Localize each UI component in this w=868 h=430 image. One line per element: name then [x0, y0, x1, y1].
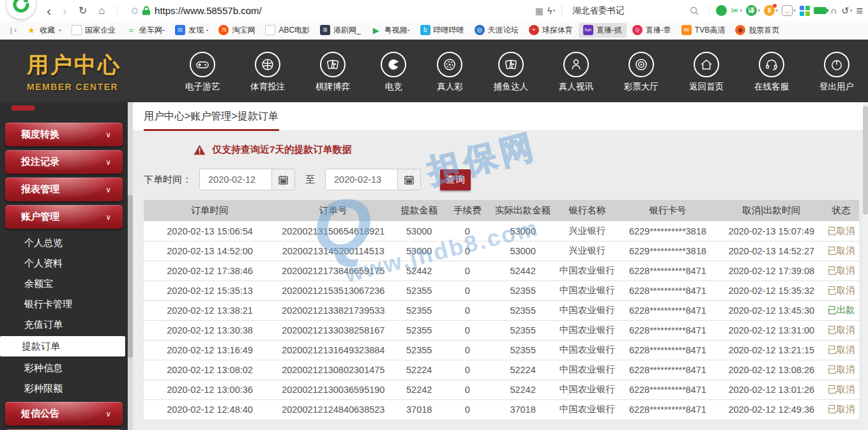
forward-button[interactable]: › [63, 4, 67, 17]
quick-access-icon[interactable]: ϟ [547, 6, 552, 16]
browser-search-box[interactable]: 湖北省委书记 [568, 3, 703, 19]
sidebar-subitem[interactable]: 彩种限额 [0, 378, 128, 399]
bookmark-item[interactable]: 港港剧网_ [316, 23, 365, 38]
main-content: 用户中心>账户管理>提款订单 仅支持查询近7天的提款订单数据 下单时间： [133, 102, 863, 430]
translate-icon[interactable]: 译▾ [746, 5, 760, 16]
power-icon [824, 52, 849, 77]
sidebar-menu-button[interactable]: 报表管理∨ [5, 178, 123, 201]
bookmark-item[interactable]: 国家企业 [67, 23, 120, 38]
chevron-down-icon: ∨ [105, 410, 111, 418]
nav-item-11[interactable]: 登出用户 [819, 52, 854, 93]
reload-button[interactable]: ↻ [79, 6, 87, 16]
bookmark-favicon: ◉ [735, 25, 745, 35]
person-icon [563, 52, 589, 77]
battery-icon[interactable] [814, 7, 826, 14]
bookmark-item[interactable]: 知发现 - [171, 23, 213, 38]
table-cell: 52355 [390, 280, 448, 300]
sidebar-menu-button[interactable]: 短信公告∨ [5, 402, 123, 426]
bookmark-item[interactable]: ◉股票首页 [731, 23, 784, 38]
table-cell: 52355 [487, 300, 559, 320]
capture-icon[interactable] [716, 5, 727, 16]
bookmark-favicon: Q [632, 25, 643, 35]
menu-icon[interactable]: ≡ [856, 5, 863, 17]
bookmark-favicon: ▶ [371, 25, 381, 35]
bookmark-label: 粤视频- [385, 25, 410, 36]
bookmark-item[interactable]: ≈坐车网- [121, 23, 169, 38]
search-icon[interactable] [690, 6, 699, 15]
bookmark-item[interactable]: ABC电影 [261, 23, 314, 38]
undo-icon[interactable]: ↺▾ [841, 6, 853, 15]
bookmark-favicon: 66 [681, 25, 692, 35]
headset-icon[interactable]: ∩ [830, 6, 837, 15]
sidebar-subitem[interactable]: 银行卡管理 [0, 294, 128, 314]
bookmarks-bar: ❘› ★收藏▾国家企业≈坐车网-知发现 -淘淘宝网ABC电影港港剧网_▶粤视频-… [0, 21, 868, 40]
back-button[interactable]: ‹ [47, 4, 51, 17]
nav-item-10[interactable]: 在线客服 [754, 52, 789, 93]
browser-logo-icon[interactable] [6, 0, 36, 19]
sidebar-menu-label: 额度转换 [21, 128, 59, 141]
calendar-icon [278, 175, 288, 185]
bookmark-item[interactable]: b哔哩哔哩 [416, 23, 469, 38]
bookmark-item[interactable]: 66TVB高清 [677, 23, 729, 38]
nav-item-5[interactable]: 真人彩 [437, 52, 463, 93]
table-cell: 2020-02-12 12:48:40 [144, 399, 276, 419]
wallet-icon[interactable]: ¥▾ [764, 5, 778, 16]
nav-item-7[interactable]: 真人视讯 [559, 52, 593, 93]
nav-item-label: 登出用户 [819, 81, 854, 93]
bookmarks-panel-toggle-icon[interactable]: ❘› [8, 26, 17, 35]
table-cell: 37018 [487, 399, 559, 419]
query-button[interactable]: 查询 [440, 169, 471, 190]
games-icon[interactable]: ◡▾ [782, 5, 796, 16]
qr-code-icon[interactable]: ▦ [535, 6, 544, 16]
browser-window: ‹ › ↻ ⌂ https://www.58557b.com/ ▦ ϟ ▾ 湖北… [0, 0, 868, 430]
bookmark-item[interactable]: Q直播-章 [628, 23, 676, 38]
table-cell: 6228**********8471 [616, 280, 719, 300]
sidebar-subitem[interactable]: 个人资料 [0, 253, 128, 273]
page-scrollbar[interactable] [863, 102, 868, 430]
sidebar-menu-button[interactable]: 额度转换∨ [5, 123, 123, 146]
sidebar-scrollbar-thumb[interactable] [128, 195, 133, 358]
bookmark-label: 坐车网- [139, 25, 165, 36]
sidebar-menu-button[interactable]: 投注记录∨ [5, 150, 123, 174]
home-button[interactable]: ⌂ [98, 6, 105, 16]
nav-item-8[interactable]: 彩票大厅 [624, 52, 659, 93]
bookmark-item[interactable]: ◎天涯论坛 [470, 23, 523, 38]
status-badge: 已取消 [823, 241, 859, 261]
table-cell: 6229**********3818 [616, 221, 719, 241]
scissors-icon[interactable]: ✂▾ [731, 6, 742, 15]
status-badge: 已出款 [823, 300, 859, 320]
calendar-button[interactable] [271, 169, 294, 190]
sidebar-subitem[interactable]: 余额宝 [0, 273, 128, 294]
table-cell: 52355 [487, 320, 559, 340]
cards-icon [320, 52, 346, 77]
table-cell: 2020-02-12 13:21:15 [720, 340, 823, 360]
nav-item-3[interactable]: 棋牌博弈 [316, 52, 350, 93]
address-bar[interactable]: https://www.58557b.com/ [155, 5, 262, 16]
bookmark-item[interactable]: ▶粤视频- [367, 23, 415, 38]
sidebar-menu-button[interactable]: 账户管理∨ [5, 205, 123, 229]
date-to-input[interactable] [326, 169, 397, 190]
bookmark-item[interactable]: ★收藏▾ [22, 23, 66, 38]
apps-grid-icon[interactable] [800, 6, 810, 16]
bookmark-item[interactable]: 淘淘宝网 [214, 23, 259, 38]
nav-item-4[interactable]: 电竞 [381, 52, 406, 93]
headset-icon [759, 52, 784, 77]
page-scrollbar-thumb[interactable] [863, 106, 868, 215]
sidebar-subitem[interactable]: 个人总览 [0, 233, 128, 253]
nav-item-label: 电竞 [385, 81, 402, 93]
nav-item-1[interactable]: 电子游艺 [185, 52, 220, 93]
sidebar-subitem-label: 个人资料 [24, 257, 63, 270]
sidebar-subitem[interactable]: 充值订单 [0, 314, 128, 335]
sidebar-scrollbar[interactable] [128, 102, 133, 430]
date-from-input[interactable] [200, 169, 271, 190]
nav-item-2[interactable]: 体育投注 [250, 52, 285, 93]
nav-item-6[interactable]: 捕鱼达人 [494, 52, 528, 93]
sidebar-subitem[interactable]: 彩种信息 [0, 358, 128, 378]
nav-item-9[interactable]: 返回首页 [689, 52, 724, 93]
calendar-button[interactable] [397, 169, 420, 190]
bookmark-item[interactable]: •球探体育 [524, 23, 577, 38]
bookmark-item[interactable]: fun直播-抓 [579, 23, 627, 38]
sidebar-subitem-selected[interactable]: 提款订单 [0, 336, 125, 357]
bookmark-favicon: fun [583, 25, 593, 35]
site-info-icon[interactable] [132, 8, 138, 14]
